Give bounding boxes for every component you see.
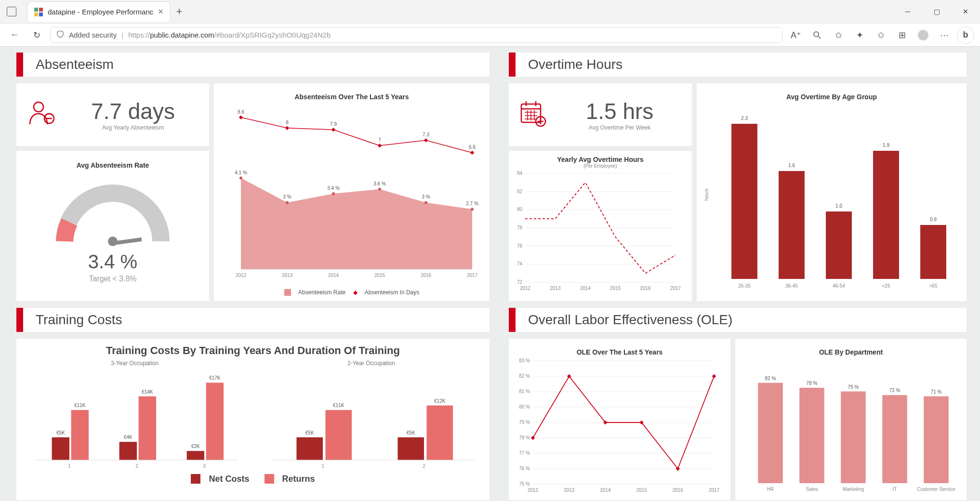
gauge-title: Avg Absenteeism Rate (77, 157, 149, 169)
overtime-kpi-value: 1.5 hrs (557, 98, 682, 124)
favorites-bar-icon[interactable]: ✩ (872, 26, 889, 44)
abs-legend: Absenteeism Rate ◆ Absenteeism In Days (222, 289, 482, 296)
svg-rect-96 (119, 442, 137, 460)
ole-title: Overall Labor Effectiveness (OLE) (528, 312, 732, 328)
calendar-add-icon (518, 99, 547, 130)
svg-text:€14K: €14K (142, 389, 153, 395)
svg-text:2013: 2013 (564, 488, 575, 493)
training-chart-card: Training Costs By Training Years And Dur… (16, 339, 490, 500)
svg-point-6 (34, 102, 43, 112)
svg-text:8: 8 (286, 120, 289, 125)
svg-text:2013: 2013 (282, 273, 293, 278)
overtime-title: Overtime Hours (528, 57, 622, 72)
address-bar: ← ↻ Added security | https://public.data… (0, 23, 980, 46)
svg-point-10 (108, 237, 118, 246)
absenteeism-title: Absenteeism (36, 57, 114, 72)
gauge-value: 3.4 % (88, 251, 137, 273)
tab-close-icon[interactable]: × (158, 7, 163, 17)
svg-text:2016: 2016 (640, 286, 651, 291)
ole-dept-chart: 82 %78 %75 %72 %71 %HRSalesMarketingITCu… (740, 356, 962, 496)
absenteeism-header: Absenteeism (16, 53, 490, 77)
svg-text:8.6: 8.6 (238, 109, 244, 115)
ole-dept-title: OLE By Department (740, 343, 962, 356)
svg-text:79 %: 79 % (519, 420, 530, 425)
svg-text:2014: 2014 (580, 286, 591, 291)
svg-text:0.8: 0.8 (930, 217, 937, 222)
svg-text:IT: IT (893, 487, 897, 492)
svg-rect-101 (187, 451, 204, 460)
absenteeism-kpi-card: 7.7 days Avg Yearly Absenteeism (16, 83, 209, 146)
svg-text:7.3: 7.3 (423, 132, 429, 137)
overtime-yearly-card: Yearly Avg Overtime Hours (Per Employee)… (509, 151, 692, 301)
read-aloud-icon[interactable]: A⁺ (787, 26, 805, 44)
collections-icon[interactable]: ⊞ (893, 26, 911, 44)
svg-text:82 %: 82 % (765, 376, 776, 381)
svg-point-18 (378, 188, 381, 191)
more-icon[interactable]: ⋯ (936, 26, 953, 44)
svg-text:€12K: €12K (434, 398, 446, 404)
svg-rect-93 (71, 410, 89, 460)
training-3y-col: 3-Year Occupation €5K€11K1€4K€14K2€2K€17… (26, 360, 243, 471)
svg-text:82 %: 82 % (519, 373, 530, 379)
svg-rect-103 (206, 382, 224, 460)
training-2y-chart: €5K€11K1€5K€12K2 (263, 370, 479, 472)
ot-age-title: Avg Overtime By Age Group (702, 88, 962, 101)
ole-5y-chart: 75 %76 %77 %78 %79 %80 %81 %82 %83 %2012… (514, 356, 721, 496)
svg-text:72 %: 72 % (889, 388, 901, 393)
ot-yearly-sub: (Per Employee) (509, 163, 692, 169)
legend-label-netcosts: Net Costs (209, 474, 249, 484)
svg-rect-154 (882, 395, 907, 483)
overtime-kpi-label: Avg Overtime Per Week (557, 124, 682, 131)
legend-swatch-netcosts (191, 474, 200, 484)
svg-text:75 %: 75 % (848, 384, 859, 390)
svg-text:2017: 2017 (467, 273, 478, 278)
svg-rect-25 (285, 126, 289, 130)
svg-text:83 %: 83 % (519, 358, 530, 363)
overtime-age-card: Avg Overtime By Age Group 2.31.61.01.90.… (697, 83, 967, 301)
favorite-icon[interactable]: ✩ (830, 26, 847, 44)
back-button[interactable]: ← (6, 26, 23, 44)
abs-5y-title: Absenteeism Over The Last 5 Years (222, 88, 482, 101)
svg-text:€4K: €4K (124, 435, 132, 440)
person-remove-icon (26, 98, 57, 131)
refresh-button[interactable]: ↻ (28, 26, 45, 44)
svg-text:3 %: 3 % (422, 194, 430, 199)
svg-text:76: 76 (517, 243, 523, 249)
svg-rect-2 (34, 13, 38, 16)
svg-rect-148 (758, 383, 783, 483)
svg-text:€5K: €5K (56, 430, 65, 435)
overtime-kpi-card: 1.5 hrs Avg Overtime Per Week (509, 83, 692, 146)
svg-text:2014: 2014 (328, 273, 339, 278)
svg-rect-98 (139, 396, 156, 460)
training-legend: Net Costs Returns (26, 474, 480, 484)
svg-rect-91 (52, 437, 69, 460)
legend-swatch-days: ◆ (353, 289, 358, 296)
zoom-icon[interactable] (808, 26, 826, 44)
svg-rect-75 (731, 124, 757, 279)
svg-text:76 %: 76 % (519, 466, 530, 471)
legend-swatch-returns (265, 474, 274, 484)
svg-text:3 %: 3 % (283, 194, 291, 199)
minimize-button[interactable]: ─ (893, 0, 922, 23)
copilot-icon[interactable]: ✦ (851, 26, 868, 44)
svg-rect-33 (470, 151, 474, 155)
browser-tab[interactable]: datapine - Employee Performanc × (27, 1, 171, 22)
svg-text:80 %: 80 % (519, 404, 530, 409)
svg-rect-156 (924, 396, 949, 483)
overtime-header: Overtime Hours (509, 53, 967, 77)
new-tab-button[interactable]: + (176, 5, 183, 18)
training-chart-title: Training Costs By Training Years And Dur… (26, 344, 480, 357)
url-field[interactable]: Added security | https://public.datapine… (50, 27, 782, 43)
profile-icon[interactable] (914, 26, 932, 44)
maximize-button[interactable]: ▢ (922, 0, 951, 23)
tab-actions-icon[interactable] (7, 7, 16, 16)
svg-text:1.6: 1.6 (788, 163, 795, 168)
toolbar-icons: A⁺ ✩ ✦ ✩ ⊞ ⋯ b (787, 26, 974, 44)
training-block: Training Costs Training Costs By Trainin… (16, 308, 490, 501)
gauge-chart (45, 169, 180, 251)
bing-button[interactable]: b (957, 26, 974, 44)
svg-rect-83 (920, 225, 946, 279)
browser-chrome: datapine - Employee Performanc × + ─ ▢ ✕… (0, 0, 980, 47)
close-button[interactable]: ✕ (951, 0, 980, 23)
svg-text:2012: 2012 (520, 286, 531, 291)
